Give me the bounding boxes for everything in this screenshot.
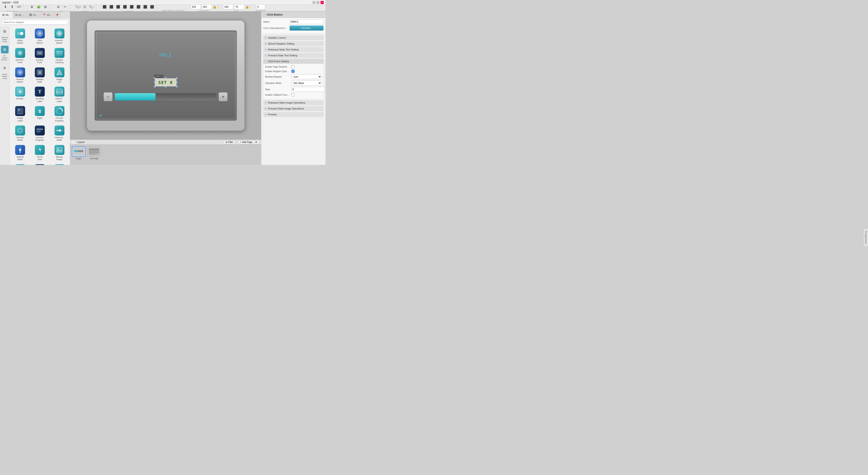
- align-cv-btn[interactable]: ⬛: [128, 4, 135, 10]
- align-top-btn[interactable]: ⬛: [122, 4, 128, 10]
- filter-button[interactable]: ⊟ Filter: [223, 140, 235, 144]
- pressed-image-header[interactable]: + Pressed State Image Operations: [263, 106, 324, 111]
- thumb-ioconfig[interactable]: IOConfig: [87, 147, 101, 163]
- operation-mode-select[interactable]: Set Value: [291, 81, 322, 86]
- widget-vertical-slider[interactable]: VerticalSlider: [10, 143, 30, 162]
- tab-my[interactable]: ⊞ My ...: [13, 11, 27, 18]
- monitor-btn[interactable]: 🖥: [29, 4, 35, 10]
- align-ch-btn[interactable]: ⬛: [108, 4, 114, 10]
- widget-datetime-label[interactable]: 12:31 Date/Ti..Label: [50, 85, 69, 104]
- resize-handle-br[interactable]: [176, 86, 178, 87]
- slider-plus-btn[interactable]: +: [219, 92, 228, 101]
- data-input[interactable]: [291, 87, 325, 92]
- widget-momentary-push[interactable]: Moment..Push: [10, 47, 30, 65]
- tab-wi[interactable]: ⊞ Wi...: [0, 11, 13, 18]
- widget-click-button[interactable]: ClickButton: [30, 27, 49, 46]
- widget-animation[interactable]: Animati..: [10, 85, 30, 104]
- cut-btn[interactable]: ✂: [62, 4, 68, 10]
- resize-handle-bm[interactable]: [165, 86, 166, 87]
- resize-handle-mr[interactable]: [176, 82, 178, 83]
- location-y-input[interactable]: [202, 4, 212, 9]
- standard-lib-btn[interactable]: ⊞: [1, 27, 8, 35]
- dist-v-btn[interactable]: ⬛: [149, 4, 155, 10]
- enable-page-checkbox[interactable]: [291, 65, 294, 68]
- resize-handle-tl[interactable]: [154, 77, 155, 79]
- align-right-btn[interactable]: ⬛: [115, 4, 121, 10]
- widget-generic-gauge[interactable]: GenericGauge: [50, 162, 69, 165]
- widget-scrolling-label[interactable]: T ScrollingLabel: [30, 85, 49, 104]
- iot-gallery-btn[interactable]: ⊞: [1, 46, 8, 53]
- widget-digits[interactable]: 8 Digits: [30, 105, 49, 123]
- widget-touch-area[interactable]: TouchArea: [30, 143, 49, 162]
- preview-header[interactable]: + Preview: [263, 112, 324, 117]
- slider-minus-btn[interactable]: −: [103, 92, 113, 101]
- maximize-button[interactable]: □: [316, 1, 320, 4]
- align-left-btn[interactable]: ⬛: [101, 4, 107, 10]
- thumb-page1[interactable]: Page1: [72, 147, 86, 163]
- puzzle-btn[interactable]: 🧩: [35, 4, 42, 10]
- add-page-icon: +: [240, 141, 241, 143]
- system-lib-btn[interactable]: ⚙: [1, 64, 8, 72]
- zoom-out-btn[interactable]: 🔍−: [88, 4, 95, 10]
- rotation-input[interactable]: [256, 4, 265, 9]
- name-input[interactable]: [289, 19, 323, 24]
- thumb-ioconfig-img: [87, 147, 101, 157]
- widget-image-label[interactable]: ImageLabel: [10, 105, 30, 123]
- callback-checkbox[interactable]: [291, 93, 294, 96]
- size-h-input[interactable]: [234, 4, 244, 9]
- dist-h-btn[interactable]: ⬛: [142, 4, 148, 10]
- enable-register-checkbox[interactable]: [291, 70, 294, 73]
- upload-btn[interactable]: ⬆: [9, 4, 16, 10]
- stencil-header[interactable]: + Stencil Negative Setting: [263, 41, 324, 46]
- collapse-icon[interactable]: −: [264, 13, 266, 16]
- resize-handle-tm[interactable]: [165, 77, 166, 79]
- toolbar-section-rotation: ROTATION: [254, 4, 267, 12]
- widget-press-button[interactable]: Press/R..Button: [50, 27, 69, 46]
- fit-btn[interactable]: ⊡: [82, 4, 88, 10]
- xtools-grid-btn[interactable]: ⊞: [42, 4, 49, 10]
- pressed-text-header[interactable]: + Pressed State Text Setting: [263, 53, 324, 58]
- widget-slider-switch[interactable]: SliderSwitch: [10, 27, 30, 46]
- widget-generic-latching[interactable]: GenericLatching: [50, 47, 69, 65]
- location-x-input[interactable]: [191, 4, 201, 9]
- visibility-header[interactable]: + Visibility Control: [263, 35, 324, 40]
- canvas-frame[interactable]: IVL1 − + 158X75: [70, 11, 261, 140]
- copy-btn[interactable]: ⧉: [55, 4, 61, 10]
- download-btn[interactable]: ⬇: [2, 4, 8, 10]
- resize-handle-tr[interactable]: [176, 77, 178, 79]
- tab-pin[interactable]: 📌: [54, 11, 60, 18]
- resize-handle-bl[interactable]: [154, 86, 155, 87]
- align-bottom-btn[interactable]: ⬛: [135, 4, 142, 10]
- released-image-header[interactable]: + Released State Image Operations: [263, 100, 324, 105]
- widget-bitmap-image[interactable]: BitmapImage: [50, 143, 69, 162]
- close-button[interactable]: ✕: [320, 1, 324, 4]
- tab-wi2[interactable]: 📍 Wi...: [40, 11, 54, 18]
- tab-cli[interactable]: 🖼 Cli...: [27, 11, 40, 18]
- minimize-button[interactable]: ─: [312, 1, 315, 4]
- code-btn[interactable]: </>: [16, 4, 22, 10]
- widget-multiple-state[interactable]: 🖼 MultipleState: [30, 66, 49, 85]
- circular-meter-icon: [15, 125, 25, 136]
- released-text-header[interactable]: + Released State Text Setting: [263, 47, 324, 52]
- widget-rotation[interactable]: Rotation: [10, 162, 30, 165]
- search-input[interactable]: [1, 20, 68, 25]
- selected-widget[interactable]: 158X75 SET 0: [154, 78, 177, 87]
- widget-generic-progress[interactable]: GenericProgress: [30, 124, 49, 143]
- widget-horizontal-slider[interactable]: Horizont..Slider: [50, 124, 69, 143]
- widget-generic-button[interactable]: GenericButton: [10, 66, 30, 85]
- widget-image-list[interactable]: ImageList: [50, 66, 69, 85]
- binding-register-select[interactable]: num: [291, 74, 322, 79]
- widget-data-chart[interactable]: DataChart: [30, 162, 49, 165]
- widget-circular-meter[interactable]: CircularMeter: [10, 124, 30, 143]
- connect-button[interactable]: Connect...: [289, 26, 323, 31]
- section-released-image: + Released State Image Operations: [263, 100, 324, 105]
- size-w-input[interactable]: [223, 4, 233, 9]
- click-event-content: Enable Page Selector: Enable Register Op…: [263, 64, 324, 99]
- widget-circular-progress[interactable]: CircularProgress: [50, 105, 69, 123]
- svg-rect-13: [56, 54, 63, 55]
- click-event-header[interactable]: − Click Event Setting: [263, 59, 324, 64]
- zoom-in-btn[interactable]: 🔍+: [75, 4, 81, 10]
- widget-generic-push[interactable]: GenericPush: [30, 47, 49, 65]
- add-page-button[interactable]: + Add Page... ▼: [238, 140, 259, 144]
- resize-handle-ml[interactable]: [154, 82, 155, 83]
